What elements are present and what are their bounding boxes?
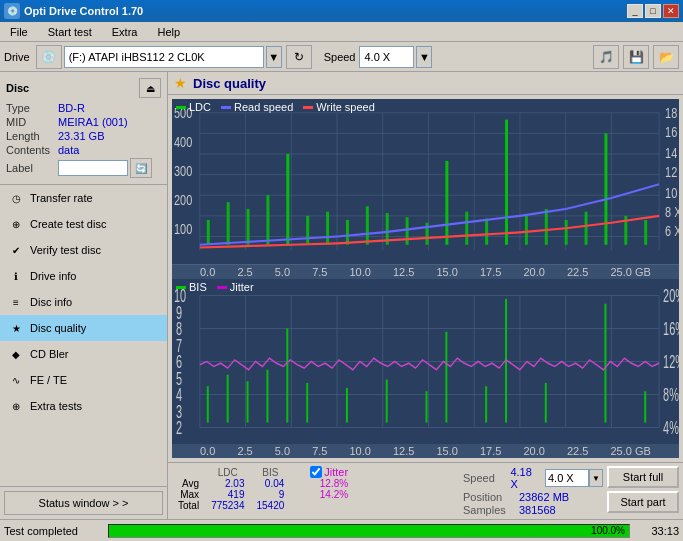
disc-info-icon: ≡ xyxy=(8,294,24,310)
stats-row-avg: Avg 2.03 0.04 12.8% xyxy=(172,478,354,489)
svg-rect-37 xyxy=(346,220,349,245)
svg-text:12 X: 12 X xyxy=(665,164,679,181)
svg-rect-95 xyxy=(545,383,547,423)
sidebar-item-label-fe-te: FE / TE xyxy=(30,374,67,386)
svg-rect-40 xyxy=(406,217,409,245)
svg-rect-34 xyxy=(286,154,289,245)
close-button[interactable]: ✕ xyxy=(663,4,679,18)
legend-jitter: Jitter xyxy=(217,281,254,293)
lower-chart-svg: 20% 16% 12% 8% 4% 10 9 8 7 6 5 4 3 2 xyxy=(172,279,679,444)
svg-rect-89 xyxy=(346,388,348,423)
minimize-button[interactable]: _ xyxy=(627,4,643,18)
sidebar-nav: ◷ Transfer rate ⊕ Create test disc ✔ Ver… xyxy=(0,185,167,486)
sidebar-item-extra-tests[interactable]: ⊕ Extra tests xyxy=(0,393,167,419)
disc-quality-icon: ★ xyxy=(8,320,24,336)
jitter-checkbox[interactable] xyxy=(310,466,322,478)
stats-col-label xyxy=(172,466,205,478)
legend-ldc: LDC xyxy=(176,101,211,113)
disc-contents-row: Contents data xyxy=(6,144,161,156)
disc-label-btn[interactable]: 🔄 xyxy=(130,158,152,178)
verify-test-disc-icon: ✔ xyxy=(8,242,24,258)
app-icon: 💿 xyxy=(4,3,20,19)
disc-label-input[interactable] xyxy=(58,160,128,176)
stats-ldc-max: 419 xyxy=(205,489,250,500)
sidebar-item-disc-quality[interactable]: ★ Disc quality xyxy=(0,315,167,341)
speed-dropdown-arrow[interactable]: ▼ xyxy=(589,469,603,487)
maximize-button[interactable]: □ xyxy=(645,4,661,18)
sidebar-item-drive-info[interactable]: ℹ Drive info xyxy=(0,263,167,289)
disc-eject-btn[interactable]: ⏏ xyxy=(139,78,161,98)
svg-rect-97 xyxy=(644,391,646,422)
start-part-button[interactable]: Start part xyxy=(607,491,679,513)
sidebar-item-label-verify-test-disc: Verify test disc xyxy=(30,244,101,256)
stats-row-total: Total 775234 15420 xyxy=(172,500,354,511)
sidebar-item-cd-bler[interactable]: ◆ CD Bler xyxy=(0,341,167,367)
refresh-btn[interactable]: ↻ xyxy=(286,45,312,69)
disc-mid-row: MID MEIRA1 (001) xyxy=(6,116,161,128)
status-text: Test completed xyxy=(4,525,104,537)
speed-combo-arrow[interactable]: ▼ xyxy=(416,46,432,68)
sidebar-item-label-create-test-disc: Create test disc xyxy=(30,218,106,230)
legend-write-dot xyxy=(303,106,313,109)
sidebar-item-create-test-disc[interactable]: ⊕ Create test disc xyxy=(0,211,167,237)
speed-dropdown: 4.0 X ▼ xyxy=(545,469,603,487)
fe-te-icon: ∿ xyxy=(8,372,24,388)
drive-combo-arrow[interactable]: ▼ xyxy=(266,46,282,68)
title-bar-left: 💿 Opti Drive Control 1.70 xyxy=(4,3,143,19)
drive-icon-btn[interactable]: 💿 xyxy=(36,45,62,69)
disc-type-label: Type xyxy=(6,102,58,114)
sidebar-item-fe-te[interactable]: ∿ FE / TE xyxy=(0,367,167,393)
drive-combo[interactable]: (F:) ATAPI iHBS112 2 CL0K xyxy=(64,46,264,68)
drive-info-icon: ℹ xyxy=(8,268,24,284)
svg-rect-36 xyxy=(326,212,329,245)
svg-rect-52 xyxy=(644,220,647,245)
disc-length-value: 23.31 GB xyxy=(58,130,161,142)
menu-start-test[interactable]: Start test xyxy=(42,24,98,40)
status-window-button[interactable]: Status window > > xyxy=(4,491,163,515)
svg-rect-85 xyxy=(247,381,249,422)
legend-read-speed: Read speed xyxy=(221,101,293,113)
menu-extra[interactable]: Extra xyxy=(106,24,144,40)
menu-bar: File Start test Extra Help xyxy=(0,22,683,42)
sidebar-item-verify-test-disc[interactable]: ✔ Verify test disc xyxy=(0,237,167,263)
stats-table-container: LDC BIS Jitter Avg xyxy=(172,466,459,516)
svg-rect-47 xyxy=(545,209,548,245)
disc-type-value: BD-R xyxy=(58,102,161,114)
svg-text:10 X: 10 X xyxy=(665,184,679,201)
stats-jitter-max: 14.2% xyxy=(290,489,354,500)
menu-file[interactable]: File xyxy=(4,24,34,40)
sidebar-item-transfer-rate[interactable]: ◷ Transfer rate xyxy=(0,185,167,211)
svg-rect-86 xyxy=(266,370,268,423)
disc-panel: Disc ⏏ Type BD-R MID MEIRA1 (001) Length… xyxy=(0,72,167,185)
svg-rect-90 xyxy=(386,380,388,423)
speed-stats: Speed 4.18 X 4.0 X ▼ Position 23862 MB S… xyxy=(463,466,603,516)
stats-area: LDC BIS Jitter Avg xyxy=(168,462,683,519)
toolbar-btn-3[interactable]: 📂 xyxy=(653,45,679,69)
extra-tests-icon: ⊕ xyxy=(8,398,24,414)
stats-jitter-avg: 12.8% xyxy=(290,478,354,489)
svg-text:300: 300 xyxy=(174,162,192,179)
svg-rect-30 xyxy=(207,220,210,245)
toolbar-btn-2[interactable]: 💾 xyxy=(623,45,649,69)
sidebar-item-label-transfer-rate: Transfer rate xyxy=(30,192,93,204)
speed-dropdown-value[interactable]: 4.0 X xyxy=(545,469,589,487)
start-full-button[interactable]: Start full xyxy=(607,466,679,488)
speed-select: 4.0 X ▼ xyxy=(359,46,432,68)
toolbar-btn-1[interactable]: 🎵 xyxy=(593,45,619,69)
svg-text:8 X: 8 X xyxy=(665,203,679,220)
menu-help[interactable]: Help xyxy=(151,24,186,40)
stats-ldc-total: 775234 xyxy=(205,500,250,511)
svg-text:8%: 8% xyxy=(663,384,679,405)
svg-text:4%: 4% xyxy=(663,417,679,438)
svg-text:400: 400 xyxy=(174,133,192,150)
disc-title: Disc xyxy=(6,82,29,94)
content-header-icon: ★ xyxy=(174,75,187,91)
svg-rect-87 xyxy=(286,329,288,423)
stats-ldc-avg: 2.03 xyxy=(205,478,250,489)
sidebar-item-disc-info[interactable]: ≡ Disc info xyxy=(0,289,167,315)
svg-text:100: 100 xyxy=(174,220,192,237)
chart-area: LDC Read speed Write speed xyxy=(172,99,679,458)
speed-combo[interactable]: 4.0 X xyxy=(359,46,414,68)
stats-col-ldc: LDC xyxy=(205,466,250,478)
upper-chart: LDC Read speed Write speed xyxy=(172,99,679,265)
